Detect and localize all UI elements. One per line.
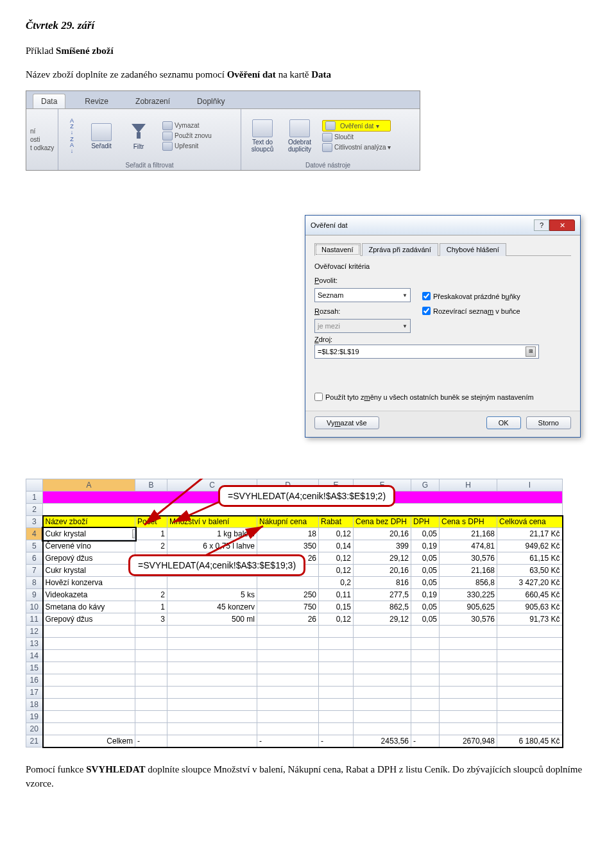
funnel-icon xyxy=(128,123,150,142)
whatif-button[interactable]: Citlivostní analýza ▾ xyxy=(322,143,391,152)
chk-apply-all-label: Použít tyto změny u všech ostatních buně… xyxy=(325,393,534,401)
intro-line: Název zboží doplníte ze zadaného seznamu… xyxy=(26,67,590,82)
dropdown-arrow-icon: ▾ xyxy=(376,123,379,130)
consolidate-button[interactable]: Sloučit xyxy=(322,133,391,142)
callout-formula-1: =SVYHLEDAT(A4;cenik!$A$3:$E$19;2) xyxy=(218,485,395,507)
chevron-down-icon: ▼ xyxy=(402,293,407,298)
dialog-titlebar[interactable]: Ověření dat ? ✕ xyxy=(305,216,580,235)
filter-reapply[interactable]: Použít znovu xyxy=(162,132,212,141)
validation-icon xyxy=(325,121,336,130)
tab-zprava[interactable]: Zpráva při zadávání xyxy=(362,243,438,256)
clear-all-button[interactable]: Vymazat vše xyxy=(314,416,379,429)
hdr-cenas[interactable]: Cena s DPH xyxy=(440,516,497,528)
povolit-combo[interactable]: Seznam▼ xyxy=(314,288,411,302)
excel-ribbon: Data Revize Zobrazení Doplňky ní osti t … xyxy=(26,90,420,171)
cell-A4[interactable]: Cukr krystal▼ xyxy=(43,528,135,540)
date-header: Čtvrtek 29. září xyxy=(26,19,590,32)
t2c-icon xyxy=(252,119,273,137)
group-data-label: Datové nástroje xyxy=(245,160,411,169)
chk-apply-all[interactable] xyxy=(314,393,323,401)
cancel-button[interactable]: Storno xyxy=(526,416,571,429)
consolidate-icon xyxy=(322,133,332,142)
range-picker-icon[interactable]: ⊞ xyxy=(526,346,536,357)
hdr-nazev[interactable]: Název zboží xyxy=(43,516,135,528)
whatif-icon xyxy=(322,143,332,152)
filter-options: Vymazat Použít znovu Upřesnit xyxy=(158,121,212,151)
hdr-mnozstvi[interactable]: Množství v balení xyxy=(167,516,257,528)
tab-data[interactable]: Data xyxy=(33,94,65,108)
sort-button[interactable]: Seřadit xyxy=(84,123,119,149)
zdroj-label: Zdroj: xyxy=(314,336,571,343)
col-G[interactable]: G xyxy=(411,479,440,491)
tab-zobrazeni[interactable]: Zobrazení xyxy=(128,94,178,108)
intro-bold2: Data xyxy=(311,69,331,80)
group-sort-label: Seřadit a filtrovat xyxy=(62,160,237,169)
chk-skip-blank-label: Přeskakovat prázdné buňky xyxy=(433,293,520,300)
hdr-dph[interactable]: DPH xyxy=(411,516,440,528)
chevron-down-icon: ▼ xyxy=(402,323,407,329)
help-button[interactable]: ? xyxy=(534,219,549,231)
criteria-label: Ověřovací kritéria xyxy=(314,262,571,270)
reapply-icon xyxy=(162,132,173,141)
remove-duplicates-button[interactable]: Odebrat duplicity xyxy=(282,119,317,153)
data-validation-dialog: Ověření dat ? ✕ Nastavení Zpráva při zad… xyxy=(305,215,581,438)
example-line: Příklad Smíšené zboží xyxy=(26,44,590,58)
sort-za-button[interactable]: ZA↓ xyxy=(65,137,79,154)
hdr-nakupni[interactable]: Nákupní cena xyxy=(257,516,319,528)
select-all-corner[interactable] xyxy=(26,479,43,491)
hdr-celkova[interactable]: Celková cena xyxy=(497,516,563,528)
advanced-icon xyxy=(162,142,173,151)
filter-clear[interactable]: Vymazat xyxy=(162,121,212,130)
header-row: 3 Název zboží Počet Množství v balení Ná… xyxy=(26,516,563,528)
rozsah-label: Rozsah: xyxy=(314,307,411,315)
ribbon-tabs: Data Revize Zobrazení Doplňky xyxy=(26,91,420,109)
col-B[interactable]: B xyxy=(135,479,167,491)
footer-para: Pomocí funkce SVYHLEDAT doplníte sloupce… xyxy=(26,762,590,791)
spreadsheet-area: =SVYHLEDAT(A4;cenik!$A$3:$E$19;2) =SVYHL… xyxy=(26,479,590,748)
sort-az-button[interactable]: AZ↓ xyxy=(65,118,79,135)
tab-doplnky[interactable]: Doplňky xyxy=(189,94,232,108)
hdr-pocet[interactable]: Počet xyxy=(135,516,167,528)
zdroj-input[interactable]: =$L$2:$L$19 ⊞ xyxy=(314,345,539,359)
data-validation-button[interactable]: Ověření dat ▾ xyxy=(322,120,391,132)
table-row: 11 Grepový džus 3 500 ml 26 0,12 29,12 0… xyxy=(26,613,563,626)
dialog-title: Ověření dat xyxy=(311,221,347,229)
callout-formula-2: =SVYHLEDAT(A4;cenik!$A$3:$E$19;3) xyxy=(128,554,305,576)
priklad-prefix: Příklad xyxy=(26,46,56,56)
dup-icon xyxy=(289,119,310,137)
tab-revize[interactable]: Revize xyxy=(77,94,116,108)
ok-button[interactable]: OK xyxy=(486,416,521,429)
chk-skip-blank[interactable] xyxy=(422,292,431,300)
totals-row: 21 Celkem - - - 2453,56 - 2670,948 6 180… xyxy=(26,735,563,747)
rozsah-combo: je mezi▼ xyxy=(314,319,411,333)
table-row: 4 Cukr krystal▼ 1 1 kg balení 18 0,12 20… xyxy=(26,528,563,540)
povolit-label: Povolit: xyxy=(314,277,411,284)
close-button[interactable]: ✕ xyxy=(549,219,575,231)
cell-dropdown-icon[interactable]: ▼ xyxy=(132,529,135,538)
sort-icon xyxy=(91,123,112,141)
data-tools-options: Ověření dat ▾ Sloučit Citlivostní analýz… xyxy=(320,120,391,152)
left-stub: ní osti t odkazy xyxy=(30,128,54,151)
text-to-columns-button[interactable]: Text do sloupců xyxy=(245,119,280,153)
table-row: 5 Červené víno 2 6 x 0,75 l lahve 350 0,… xyxy=(26,540,563,552)
chk-dropdown-label: Rozevírací seznam v buňce xyxy=(433,307,520,315)
hdr-cenabez[interactable]: Cena bez DPH xyxy=(354,516,411,528)
intro-2: na kartě xyxy=(276,69,311,80)
intro-bold: Ověření dat xyxy=(227,69,276,80)
col-H[interactable]: H xyxy=(440,479,497,491)
priklad-title: Smíšené zboží xyxy=(56,46,114,56)
filter-button[interactable]: Filtr xyxy=(121,123,156,150)
filter-advanced[interactable]: Upřesnit xyxy=(162,142,212,151)
col-A[interactable]: A xyxy=(43,479,135,491)
table-row: 10 Smetana do kávy 1 45 konzerv 750 0,15… xyxy=(26,601,563,613)
hdr-rabat[interactable]: Rabat xyxy=(319,516,354,528)
chk-dropdown[interactable] xyxy=(422,307,431,315)
clear-icon xyxy=(162,121,173,130)
spreadsheet-table[interactable]: A B C D E F G H I 1 2 3 Název zboží Poče… xyxy=(26,479,563,748)
tab-chyba[interactable]: Chybové hlášení xyxy=(440,243,506,256)
tab-nastaveni[interactable]: Nastavení xyxy=(314,243,361,256)
table-row: 8 Hovězí konzerva 0,2 816 0,05 856,8 3 4… xyxy=(26,577,563,589)
table-row: 9 Videokazeta 2 5 ks 250 0,11 277,5 0,19… xyxy=(26,589,563,601)
intro-1: Název zboží doplníte ze zadaného seznamu… xyxy=(26,69,227,80)
col-I[interactable]: I xyxy=(497,479,563,491)
